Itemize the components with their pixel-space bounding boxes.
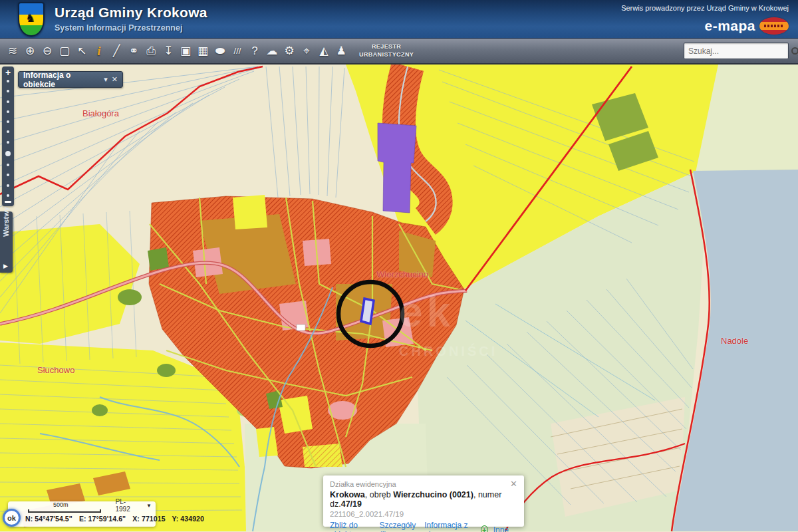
zoom-level-dot[interactable] — [7, 194, 9, 197]
popup-parcel-number: 47/19 — [341, 499, 362, 509]
coord-e: E: 17°59'14.6" — [79, 515, 126, 523]
map-label-sluchowo: Słuchowo — [37, 365, 74, 375]
popup-obreb-value: Wierzchucino (0021) — [393, 490, 473, 499]
coord-n: N: 54°47'54.5" — [25, 515, 72, 523]
emapa-brand: e-mapa — [704, 18, 755, 34]
status-bar: ok 500m PL-1992 ▼ N: 54°47'54.5" E: 17°5… — [8, 501, 156, 527]
copy-view-icon[interactable]: ▣ — [177, 39, 194, 63]
app-window: ♞ Urząd Gminy Krokowa System Informacji … — [0, 0, 798, 532]
lion-emblem-icon: ♞ — [25, 13, 35, 24]
object-info-panel-title: Informacja o obiekcie — [23, 70, 100, 89]
pointer-icon[interactable]: ↖ — [73, 39, 90, 63]
chevron-down-icon: ▼ — [146, 503, 152, 509]
zoom-level-dot[interactable] — [7, 164, 9, 166]
search-box — [684, 43, 789, 59]
zoom-level-dot[interactable] — [7, 130, 9, 133]
layers-icon[interactable]: ≋ — [4, 39, 21, 63]
service-note: Serwis prowadzony przez Urząd Gminy w Kr… — [621, 4, 789, 12]
zoom-level-dot[interactable] — [7, 184, 9, 187]
map-label-wierzchucino: Wierzchucino — [376, 269, 428, 279]
page-subtitle: System Informacji Przestrzennej — [55, 23, 207, 33]
page-title: Urząd Gminy Krokowa — [55, 5, 207, 21]
map-viewport: Białogóra Wierzchucino Słuchowo Nadole B… — [0, 65, 798, 532]
scale-bar: 500m — [28, 503, 101, 513]
info-icon[interactable]: i — [90, 39, 108, 63]
layers-tab[interactable]: Warstwy ▶ — [0, 211, 13, 273]
zoom-minus-button[interactable] — [5, 201, 11, 203]
urban-register-line1: REJESTR — [359, 43, 414, 51]
cloud-services-icon[interactable]: ☁ — [263, 39, 281, 63]
scale-label: 500m — [53, 501, 68, 508]
panel-collapse-icon[interactable]: ▾ — [104, 75, 108, 84]
coordinates-readout: N: 54°47'54.5" E: 17°59'14.6" X: 771015 … — [25, 515, 152, 523]
popup-close-icon[interactable]: ✕ — [510, 480, 517, 488]
search-plus-icon[interactable]: ⌖ — [298, 39, 315, 63]
link-plan-info[interactable]: Informacja z planu — [424, 521, 472, 532]
ok-button[interactable]: ok — [3, 509, 21, 527]
layers-tab-label: Warstwy — [2, 207, 10, 237]
map-label-nadole: Nadole — [721, 336, 748, 346]
toolbar: ≋ ⊕ ⊖ ▢ ↖ i ╱ ⚭ ⎙ ↧ ▣ ▦ ⬬ /// ? ☁ ⚙ ⌖ ◭ … — [0, 39, 798, 65]
search-icon[interactable] — [791, 47, 798, 55]
download-icon[interactable]: ↧ — [160, 39, 177, 63]
urban-register-line2: URBANISTYCZNY — [359, 51, 414, 59]
layers-tab-arrow-icon: ▶ — [3, 263, 8, 269]
urban-register-button[interactable]: REJESTR URBANISTYCZNY — [359, 43, 414, 59]
help-icon[interactable]: ? — [246, 39, 263, 63]
zoom-slider: + — [2, 66, 14, 206]
object-info-panel-header[interactable]: Informacja o obiekcie ▾ ✕ — [18, 71, 123, 88]
crs-value: PL-1992 — [116, 498, 140, 513]
popup-municipality: Krokowa — [330, 490, 365, 499]
zoom-level-current[interactable] — [5, 151, 11, 156]
map-canvas[interactable] — [0, 65, 798, 532]
search-input[interactable] — [688, 47, 791, 56]
popup-kind-label: Działka ewidencyjna — [330, 480, 510, 488]
zoom-in-icon[interactable]: ⊕ — [21, 39, 39, 63]
zoom-level-dot[interactable] — [7, 90, 9, 92]
header: ♞ Urząd Gminy Krokowa System Informacji … — [0, 0, 798, 39]
popup-parcel-id: 221106_2.0021.47/19 — [330, 510, 517, 518]
scale-bar-line — [28, 509, 101, 513]
zoom-levels — [5, 77, 11, 200]
profile-3d-icon[interactable]: ◭ — [315, 39, 332, 63]
zoom-level-dot[interactable] — [7, 141, 9, 144]
map-label-bialogora: Białogóra — [82, 108, 119, 118]
settings-icon[interactable]: ⚙ — [281, 39, 298, 63]
measure-icon[interactable]: ╱ — [108, 39, 125, 63]
zoom-extent-icon[interactable]: ▢ — [56, 39, 73, 63]
hatching-icon[interactable]: /// — [229, 39, 246, 63]
emapa-logo-icon — [759, 17, 789, 35]
crs-selector[interactable]: PL-1992 ▼ — [116, 498, 152, 513]
plus-circle-icon[interactable]: + — [481, 525, 488, 532]
zoom-level-dot[interactable] — [7, 174, 9, 176]
zoom-plus-button[interactable]: + — [5, 68, 11, 77]
parcel-info-popup: Działka ewidencyjna ✕ Krokowa, obręb Wie… — [323, 475, 524, 527]
panel-close-icon[interactable]: ✕ — [112, 75, 118, 84]
zoom-level-dot[interactable] — [7, 100, 9, 103]
print-icon[interactable]: ⎙ — [142, 39, 160, 63]
zoom-level-dot[interactable] — [7, 110, 9, 113]
link-zoom-to-object[interactable]: Zbliż do obiektu — [330, 521, 370, 532]
zoom-level-dot[interactable] — [7, 120, 9, 123]
link-other[interactable]: Inne — [493, 525, 509, 532]
link-details[interactable]: Szczegóły (I) — [379, 521, 416, 532]
layout-grid-icon[interactable]: ▦ — [194, 39, 211, 63]
link-icon[interactable]: ⚭ — [125, 39, 142, 63]
popup-title: Krokowa, obręb Wierzchucino (0021), nume… — [330, 490, 517, 509]
coord-y: Y: 434920 — [172, 515, 204, 523]
coord-x: X: 771015 — [132, 515, 165, 523]
municipality-crest: ♞ — [18, 2, 45, 37]
comment-icon[interactable]: ⬬ — [211, 39, 229, 63]
popup-obreb-label: , obręb — [365, 490, 393, 499]
selected-parcel[interactable] — [361, 299, 374, 324]
street-view-icon[interactable]: ♟ — [332, 39, 350, 63]
zoom-out-icon[interactable]: ⊖ — [39, 39, 56, 63]
zoom-level-dot[interactable] — [7, 80, 9, 82]
